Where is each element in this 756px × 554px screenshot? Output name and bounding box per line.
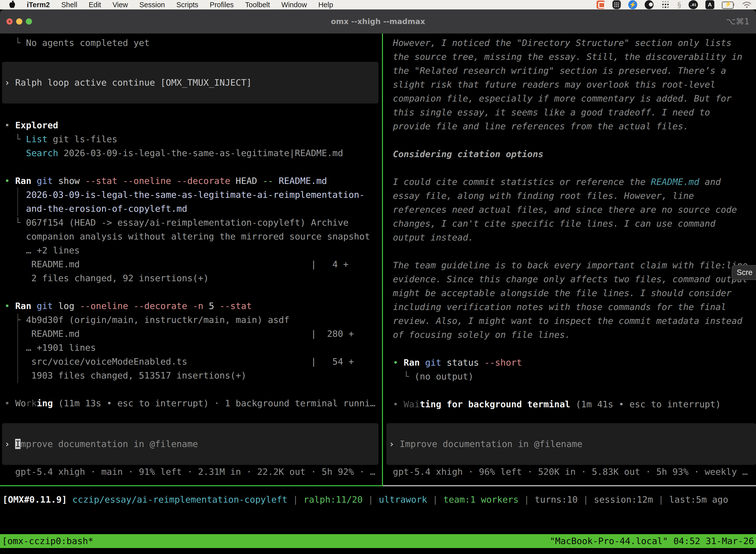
menu-item-shell[interactable]: Shell	[61, 1, 77, 9]
text-segment: git	[425, 357, 441, 368]
text-segment: --stat	[219, 301, 252, 311]
screen-overlay-button[interactable]: Scre	[732, 265, 756, 280]
prompt-input-queued[interactable]: › Ralph loop active continue [OMX_TMUX_I…	[2, 62, 378, 104]
terminal-line: companion analysis without altering the …	[4, 230, 382, 243]
text-segment	[420, 357, 425, 368]
text-segment: ting for background terminal	[420, 399, 570, 409]
text-segment: README.md | 280 +	[4, 329, 354, 339]
text-segment: |	[427, 494, 443, 505]
text-segment	[187, 301, 193, 311]
input-source-icon[interactable]: A	[705, 0, 714, 9]
menu-item-toolbelt[interactable]: Toolbelt	[245, 1, 270, 9]
terminal-line: └ 4b9d30f (origin/main, instructkr/main,…	[4, 313, 382, 327]
terminal-line: slight risk that future readers may over…	[393, 78, 756, 92]
terminal-line: The team guideline is to back every impo…	[393, 258, 756, 272]
apple-menu[interactable]	[8, 0, 16, 9]
terminal-line: 2 files changed, 92 insertions(+)	[4, 271, 382, 285]
prompt-input[interactable]: › Improve documentation in @filename	[386, 423, 756, 465]
text-segment: Ran	[15, 301, 31, 311]
text-segment: this single essay, it seems like a good …	[393, 107, 710, 117]
terminal-line: … +2 lines	[4, 243, 382, 258]
queued-command-text: Ralph loop active continue [OMX_TMUX_INJ…	[15, 77, 252, 88]
terminal-line	[393, 161, 756, 175]
text-segment: HEAD	[230, 176, 262, 186]
dots-grid-icon[interactable]	[661, 0, 670, 9]
text-segment: 2026-03-09-is-legal-the-same-as-legitima…	[58, 148, 343, 158]
menu-item-session[interactable]: Session	[139, 1, 165, 9]
terminal-line	[393, 133, 756, 147]
placeholder-text: Improve documentation in @filename	[399, 439, 582, 449]
terminal-line: this single essay, it seems like a good …	[393, 106, 756, 119]
text-segment: No agents completed yet	[26, 38, 150, 48]
terminal-line: • Ran git status --short	[393, 356, 756, 370]
tmux-host-clock: "MacBook-Pro-44.local" 04:52 31-Mar-26	[550, 534, 754, 548]
terminal-line: essay file, along with finding root file…	[393, 189, 756, 203]
text-segment: |	[363, 494, 379, 505]
terminal-line: └ (no output)	[393, 370, 756, 384]
squiggle-icon[interactable]: §	[677, 0, 681, 9]
text-segment: including verification notes with those …	[393, 302, 726, 312]
text-segment: └	[393, 371, 415, 382]
terminal-line: companion file, especially if more comme…	[393, 92, 756, 106]
text-segment: •	[4, 398, 15, 408]
terminal-line: • Explored	[4, 118, 382, 132]
text-segment: |	[653, 494, 669, 505]
chat-icon[interactable]	[596, 0, 605, 9]
menu-item-window[interactable]: Window	[281, 1, 307, 9]
text-segment: --	[262, 176, 273, 186]
text-segment: --short	[485, 357, 522, 368]
menu-item-profiles[interactable]: Profiles	[210, 1, 234, 9]
text-segment: slight risk that future readers may over…	[393, 79, 715, 90]
text-segment	[67, 494, 72, 505]
pane-divider[interactable]	[382, 34, 383, 486]
terminal-line: evidence. Since this change only affects…	[393, 272, 756, 286]
menu-item-edit[interactable]: Edit	[88, 1, 101, 9]
terminal-line: 1903 files changed, 513517 insertions(+)	[4, 369, 382, 383]
text-segment: •	[4, 176, 15, 186]
crescent-circle-icon[interactable]	[645, 0, 653, 9]
text-segment: companion file, especially if more comme…	[393, 93, 732, 104]
text-segment: |	[288, 494, 304, 505]
text-segment: Considering citation options	[393, 149, 544, 159]
text-segment: provide file and line references from th…	[393, 121, 689, 131]
text-segment: 2 files changed, 92 insertions(+)	[4, 273, 209, 283]
keypad-shield-icon[interactable]	[612, 0, 621, 9]
menu-bar: iTerm2 Shell Edit View Session Scripts P…	[0, 0, 756, 9]
terminal-line: the source tree, missing the essay. Stil…	[393, 50, 756, 64]
terminal-line: └ No agents completed yet	[4, 36, 382, 50]
terminal-line: README.md | 4 +	[4, 258, 382, 271]
text-segment: … +2 lines	[4, 245, 80, 256]
menu-item-help[interactable]: Help	[318, 1, 333, 9]
text-segment: src/voice/voiceModeEnabled.ts | 54 +	[4, 356, 354, 367]
text-segment: ing	[37, 398, 53, 408]
text-segment	[31, 301, 37, 311]
tree-guide	[17, 187, 18, 216]
menu-item-scripts[interactable]: Scripts	[176, 1, 198, 9]
prompt-chevron: ›	[389, 439, 399, 449]
text-segment: session:12m	[594, 494, 653, 505]
badge-61-icon[interactable]: ..61	[689, 0, 698, 9]
menu-item-iterm2[interactable]: iTerm2	[27, 1, 50, 9]
terminal-line: review. Also, I might want to inspect th…	[393, 314, 756, 328]
text-segment: -n	[193, 301, 203, 311]
terminal-line: I could cite commit statistics or refere…	[393, 175, 756, 189]
prompt-input[interactable]: › Improve documentation in @filename	[2, 423, 378, 465]
text-segment: I could cite commit statistics or refere…	[393, 177, 651, 187]
prompt-chevron: ›	[4, 439, 15, 449]
terminal-line: provide file and line references from th…	[393, 119, 756, 133]
text-segment: Wai	[403, 399, 420, 409]
terminal-line	[4, 160, 382, 174]
spark-badge-icon[interactable]: ⚡	[628, 0, 637, 9]
text-segment: --oneline --decorate	[80, 301, 187, 311]
battery-icon[interactable]: ⚡	[722, 1, 735, 8]
text-segment: might be acceptable alongside the file l…	[393, 288, 732, 298]
terminal-line: Search 2026-03-09-is-legal-the-same-as-l…	[4, 146, 382, 160]
title-bar: omx --xhigh --madmax ⌥⌘1	[0, 9, 756, 34]
text-segment: └	[4, 38, 26, 48]
text-segment: the "Related research writing" section i…	[393, 65, 726, 76]
menu-item-view[interactable]: View	[112, 1, 128, 9]
terminal-line: • Ran git show --stat --oneline --decora…	[4, 174, 382, 188]
wifi-icon[interactable]	[742, 1, 752, 8]
text-segment: show	[53, 176, 85, 186]
text-segment: log	[53, 301, 80, 311]
